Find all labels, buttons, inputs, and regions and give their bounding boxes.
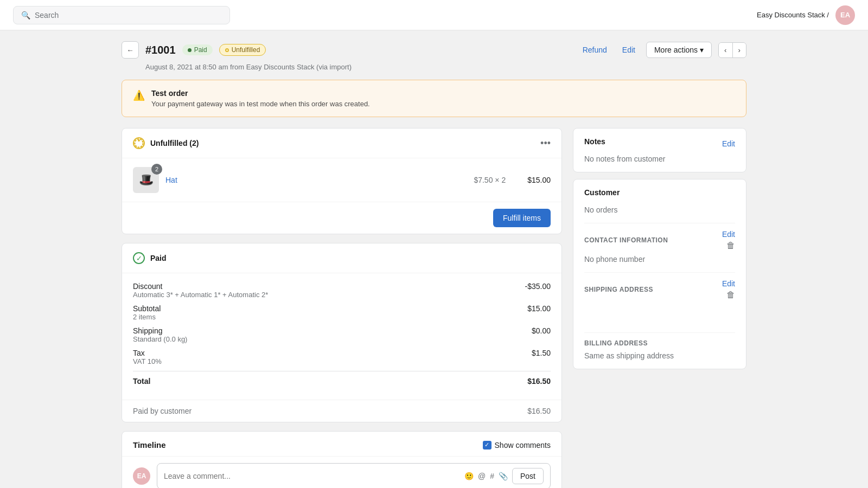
notes-header: Notes Edit xyxy=(584,137,735,150)
search-input-placeholder: Search xyxy=(35,11,59,20)
notes-edit-button[interactable]: Edit xyxy=(722,139,735,148)
contact-actions: Edit 🗑 xyxy=(722,230,735,251)
paid-by-row: Paid by customer $16.50 xyxy=(122,400,561,422)
order-header-left: ← #1001 Paid Unfulfilled xyxy=(122,41,266,59)
search-bar[interactable]: 🔍 Search xyxy=(13,6,230,24)
notes-title: Notes xyxy=(584,137,605,146)
product-price: $7.50 × 2 xyxy=(474,176,506,184)
order-meta: August 8, 2021 at 8:50 am from Easy Disc… xyxy=(145,63,746,71)
billing-address-header: BILLING ADDRESS xyxy=(584,339,735,347)
mention-icon[interactable]: @ xyxy=(478,472,486,480)
unfulfilled-badge: Unfulfilled xyxy=(219,44,266,56)
subtotal-items: 2 items xyxy=(133,313,161,321)
paid-title: Paid xyxy=(150,254,167,262)
paid-card-header: ✓ Paid xyxy=(122,243,561,273)
product-quantity-badge: 2 xyxy=(151,164,162,175)
unfulfilled-title: Unfulfilled (2) xyxy=(150,139,199,147)
billing-same-as-shipping: Same as shipping address xyxy=(584,351,674,360)
next-order-button[interactable]: › xyxy=(733,43,746,57)
prev-order-button[interactable]: ‹ xyxy=(719,43,732,57)
comment-input-wrap: 🙂 @ # 📎 Post xyxy=(157,463,551,488)
tax-label: Tax xyxy=(133,349,162,357)
refund-button[interactable]: Refund xyxy=(578,42,611,57)
discount-row: Discount Automatic 3* + Automatic 1* + A… xyxy=(133,282,551,299)
subtotal-value: $15.00 xyxy=(527,304,551,321)
no-notes-text: No notes from customer xyxy=(584,155,665,163)
shipping-address-section: SHIPPING ADDRESS Edit 🗑 xyxy=(584,272,735,324)
shipping-trash-icon[interactable]: 🗑 xyxy=(726,290,735,300)
test-order-banner: ⚠️ Test order Your payment gateway was i… xyxy=(122,80,746,117)
store-name: Easy Discounts Stack / xyxy=(757,11,829,19)
commenter-avatar: EA xyxy=(133,467,150,485)
total-label: Total xyxy=(133,377,150,386)
shipping-edit-button[interactable]: Edit xyxy=(722,279,735,288)
nav-arrows: ‹ › xyxy=(718,42,746,58)
top-nav: 🔍 Search Easy Discounts Stack / EA xyxy=(0,0,868,30)
hashtag-icon[interactable]: # xyxy=(490,472,494,480)
payment-divider xyxy=(133,371,551,371)
back-button[interactable]: ← xyxy=(122,41,139,59)
attachment-icon[interactable]: 📎 xyxy=(499,472,508,480)
paid-by-value: $16.50 xyxy=(527,407,551,415)
discount-value: -$35.00 xyxy=(525,282,551,299)
paid-dot-icon xyxy=(188,48,192,52)
shipping-value: $0.00 xyxy=(532,326,551,343)
more-actions-button[interactable]: More actions ▾ xyxy=(646,42,712,58)
show-comments-label: Show comments xyxy=(495,441,551,450)
show-comments-checkbox[interactable]: ✓ xyxy=(483,441,492,450)
subtotal-label: Subtotal xyxy=(133,304,161,313)
post-button[interactable]: Post xyxy=(512,468,544,484)
warning-icon: ⚠️ xyxy=(133,89,145,101)
contact-trash-icon[interactable]: 🗑 xyxy=(726,241,735,251)
no-orders-text: No orders xyxy=(584,206,617,214)
unfulfilled-card-header-left: Unfulfilled (2) xyxy=(133,137,199,149)
order-title: #1001 xyxy=(145,44,176,56)
right-column: Notes Edit No notes from customer Custom… xyxy=(573,128,746,488)
payment-rows: Discount Automatic 3* + Automatic 1* + A… xyxy=(122,273,561,400)
paid-by-label: Paid by customer xyxy=(133,407,192,415)
total-row: Total $16.50 xyxy=(133,377,551,386)
alert-description: Your payment gateway was in test mode wh… xyxy=(151,100,370,108)
paid-badge: Paid xyxy=(182,44,213,55)
product-total: $15.00 xyxy=(527,176,551,184)
no-phone-text: No phone number xyxy=(584,255,645,264)
order-header: ← #1001 Paid Unfulfilled Refund Edit Mor… xyxy=(122,41,746,59)
alert-title: Test order xyxy=(151,89,370,98)
shipping-row: Shipping Standard (0.0 kg) $0.00 xyxy=(133,326,551,343)
paid-card-header-left: ✓ Paid xyxy=(133,252,167,264)
shipping-address-title: SHIPPING ADDRESS xyxy=(584,286,653,293)
customer-card: Customer No orders CONTACT INFORMATION E… xyxy=(573,179,746,369)
shipping-method: Standard (0.0 kg) xyxy=(133,335,187,343)
product-name-link[interactable]: Hat xyxy=(165,176,177,184)
page-container: ← #1001 Paid Unfulfilled Refund Edit Mor… xyxy=(108,30,760,488)
unfulfilled-card-header: Unfulfilled (2) ••• xyxy=(122,129,561,158)
shipping-address-header: SHIPPING ADDRESS Edit 🗑 xyxy=(584,279,735,300)
paid-card: ✓ Paid Discount Automatic 3* + Automatic… xyxy=(122,243,562,422)
back-arrow-icon: ← xyxy=(126,46,133,54)
subtotal-row: Subtotal 2 items $15.00 xyxy=(133,304,551,321)
show-comments-toggle[interactable]: ✓ Show comments xyxy=(483,441,551,450)
unfulfilled-status-icon xyxy=(133,137,145,149)
billing-address-section: BILLING ADDRESS Same as shipping address xyxy=(584,332,735,360)
emoji-icon[interactable]: 🙂 xyxy=(464,472,474,480)
left-column: Unfulfilled (2) ••• 🎩 2 Hat $7.50 × 2 xyxy=(122,128,562,488)
shipping-address-content xyxy=(584,304,735,324)
unfulfilled-options-button[interactable]: ••• xyxy=(540,138,551,149)
discount-label: Discount xyxy=(133,282,268,291)
contact-edit-button[interactable]: Edit xyxy=(722,230,735,239)
unfulfilled-card-footer: Fulfill items xyxy=(122,202,561,234)
comment-input[interactable] xyxy=(164,472,464,480)
contact-info-title: CONTACT INFORMATION xyxy=(584,236,668,244)
total-value: $16.50 xyxy=(527,377,551,386)
product-row: 🎩 2 Hat $7.50 × 2 $15.00 xyxy=(122,158,561,202)
fulfill-items-button[interactable]: Fulfill items xyxy=(493,209,551,227)
timeline-title: Timeline xyxy=(133,440,166,450)
edit-button[interactable]: Edit xyxy=(618,42,640,57)
product-image-wrap: 🎩 2 xyxy=(133,167,159,193)
comment-toolbar: 🙂 @ # 📎 xyxy=(464,472,508,480)
unfulfilled-card: Unfulfilled (2) ••• 🎩 2 Hat $7.50 × 2 xyxy=(122,128,562,234)
timeline-card: Timeline ✓ Show comments EA 🙂 @ # xyxy=(122,431,562,488)
alert-content: Test order Your payment gateway was in t… xyxy=(151,89,370,108)
shipping-label: Shipping xyxy=(133,326,187,335)
user-avatar[interactable]: EA xyxy=(835,5,855,25)
